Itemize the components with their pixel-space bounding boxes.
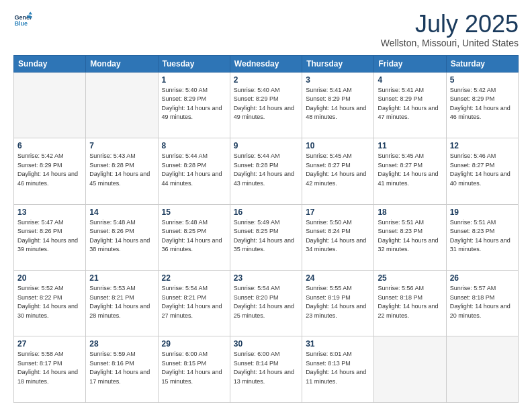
day-number: 30 [234,339,298,349]
calendar-cell [374,336,446,403]
day-number: 31 [306,339,370,349]
svg-text:Blue: Blue [14,20,28,27]
calendar-cell: 13Sunrise: 5:47 AMSunset: 8:26 PMDayligh… [14,204,86,270]
calendar-cell: 2Sunrise: 5:40 AMSunset: 8:29 PMDaylight… [230,72,302,138]
day-info: Sunrise: 5:59 AMSunset: 8:16 PMDaylight:… [89,350,154,386]
day-number: 24 [306,273,370,283]
day-number: 22 [162,273,226,283]
weekday-header-tuesday: Tuesday [158,55,230,72]
day-number: 8 [162,141,226,150]
weekday-header-friday: Friday [374,55,446,72]
header: General Blue July 2025 Wellston, Missour… [13,11,519,48]
calendar-cell: 10Sunrise: 5:45 AMSunset: 8:27 PMDayligh… [302,138,374,204]
calendar-cell [14,72,86,138]
day-number: 3 [306,75,370,85]
calendar-week-2: 6Sunrise: 5:42 AMSunset: 8:29 PMDaylight… [14,138,519,204]
day-info: Sunrise: 5:44 AMSunset: 8:28 PMDaylight:… [234,152,298,188]
calendar-cell: 6Sunrise: 5:42 AMSunset: 8:29 PMDaylight… [14,138,86,204]
day-info: Sunrise: 5:46 AMSunset: 8:27 PMDaylight:… [450,152,515,188]
calendar-cell: 3Sunrise: 5:41 AMSunset: 8:29 PMDaylight… [302,72,374,138]
day-number: 28 [89,339,154,349]
logo: General Blue [13,11,32,30]
day-info: Sunrise: 5:48 AMSunset: 8:26 PMDaylight:… [89,218,154,255]
calendar-cell: 7Sunrise: 5:43 AMSunset: 8:28 PMDaylight… [86,138,158,204]
weekday-header-sunday: Sunday [14,55,86,72]
day-number: 5 [450,75,515,85]
day-info: Sunrise: 5:42 AMSunset: 8:29 PMDaylight:… [17,152,82,188]
day-number: 10 [306,141,370,150]
day-info: Sunrise: 5:48 AMSunset: 8:25 PMDaylight:… [162,218,226,255]
day-number: 16 [234,208,298,217]
day-info: Sunrise: 5:49 AMSunset: 8:25 PMDaylight:… [234,218,298,255]
day-number: 4 [378,75,442,85]
calendar-cell: 14Sunrise: 5:48 AMSunset: 8:26 PMDayligh… [86,204,158,270]
day-number: 1 [162,75,226,85]
day-number: 29 [162,339,226,349]
calendar-cell: 29Sunrise: 6:00 AMSunset: 8:15 PMDayligh… [158,336,230,403]
day-info: Sunrise: 5:57 AMSunset: 8:18 PMDaylight:… [450,284,515,320]
weekday-header-monday: Monday [86,55,158,72]
calendar-cell: 11Sunrise: 5:45 AMSunset: 8:27 PMDayligh… [374,138,446,204]
calendar-cell: 27Sunrise: 5:58 AMSunset: 8:17 PMDayligh… [14,336,86,403]
day-info: Sunrise: 5:44 AMSunset: 8:28 PMDaylight:… [162,152,226,188]
calendar-cell: 8Sunrise: 5:44 AMSunset: 8:28 PMDaylight… [158,138,230,204]
day-info: Sunrise: 5:56 AMSunset: 8:18 PMDaylight:… [378,284,442,320]
day-number: 18 [378,208,442,217]
calendar-week-4: 20Sunrise: 5:52 AMSunset: 8:22 PMDayligh… [14,271,519,336]
day-number: 2 [234,75,298,85]
calendar-cell [446,336,518,403]
calendar-cell: 16Sunrise: 5:49 AMSunset: 8:25 PMDayligh… [230,204,302,270]
day-info: Sunrise: 5:40 AMSunset: 8:29 PMDaylight:… [162,86,226,122]
calendar-cell: 20Sunrise: 5:52 AMSunset: 8:22 PMDayligh… [14,271,86,336]
calendar-cell: 9Sunrise: 5:44 AMSunset: 8:28 PMDaylight… [230,138,302,204]
calendar-cell: 31Sunrise: 6:01 AMSunset: 8:13 PMDayligh… [302,336,374,403]
day-info: Sunrise: 5:42 AMSunset: 8:29 PMDaylight:… [450,86,515,122]
weekday-header-row: SundayMondayTuesdayWednesdayThursdayFrid… [14,55,519,72]
day-info: Sunrise: 6:00 AMSunset: 8:15 PMDaylight:… [162,350,226,386]
day-number: 13 [17,208,82,217]
subtitle: Wellston, Missouri, United States [381,38,519,48]
day-number: 27 [17,339,82,349]
calendar-cell: 17Sunrise: 5:50 AMSunset: 8:24 PMDayligh… [302,204,374,270]
day-info: Sunrise: 5:45 AMSunset: 8:27 PMDaylight:… [378,152,442,188]
svg-marker-2 [28,11,32,14]
calendar-cell: 22Sunrise: 5:54 AMSunset: 8:21 PMDayligh… [158,271,230,336]
calendar-table: SundayMondayTuesdayWednesdayThursdayFrid… [13,55,519,403]
calendar-cell: 26Sunrise: 5:57 AMSunset: 8:18 PMDayligh… [446,271,518,336]
day-info: Sunrise: 5:53 AMSunset: 8:21 PMDaylight:… [89,284,154,320]
day-number: 12 [450,141,515,150]
day-info: Sunrise: 5:54 AMSunset: 8:20 PMDaylight:… [234,284,298,320]
day-info: Sunrise: 5:50 AMSunset: 8:24 PMDaylight:… [306,218,370,255]
day-number: 11 [378,141,442,150]
day-info: Sunrise: 6:01 AMSunset: 8:13 PMDaylight:… [306,350,370,386]
calendar-cell [86,72,158,138]
title-section: July 2025 Wellston, Missouri, United Sta… [381,11,519,48]
day-info: Sunrise: 5:51 AMSunset: 8:23 PMDaylight:… [378,218,442,255]
calendar-cell: 21Sunrise: 5:53 AMSunset: 8:21 PMDayligh… [86,271,158,336]
day-number: 7 [89,141,154,150]
calendar-cell: 4Sunrise: 5:41 AMSunset: 8:29 PMDaylight… [374,72,446,138]
day-info: Sunrise: 5:40 AMSunset: 8:29 PMDaylight:… [234,86,298,122]
day-info: Sunrise: 5:47 AMSunset: 8:26 PMDaylight:… [17,218,82,255]
calendar-cell: 5Sunrise: 5:42 AMSunset: 8:29 PMDaylight… [446,72,518,138]
day-info: Sunrise: 5:45 AMSunset: 8:27 PMDaylight:… [306,152,370,188]
calendar-cell: 28Sunrise: 5:59 AMSunset: 8:16 PMDayligh… [86,336,158,403]
calendar-cell: 1Sunrise: 5:40 AMSunset: 8:29 PMDaylight… [158,72,230,138]
calendar-cell: 18Sunrise: 5:51 AMSunset: 8:23 PMDayligh… [374,204,446,270]
day-number: 26 [450,273,515,283]
calendar-week-1: 1Sunrise: 5:40 AMSunset: 8:29 PMDaylight… [14,72,519,138]
calendar-cell: 15Sunrise: 5:48 AMSunset: 8:25 PMDayligh… [158,204,230,270]
day-info: Sunrise: 5:41 AMSunset: 8:29 PMDaylight:… [378,86,442,122]
day-number: 20 [17,273,82,283]
day-info: Sunrise: 6:00 AMSunset: 8:14 PMDaylight:… [234,350,298,386]
day-number: 19 [450,208,515,217]
calendar-week-3: 13Sunrise: 5:47 AMSunset: 8:26 PMDayligh… [14,204,519,270]
logo-icon: General Blue [13,11,32,30]
calendar-week-5: 27Sunrise: 5:58 AMSunset: 8:17 PMDayligh… [14,336,519,403]
day-info: Sunrise: 5:52 AMSunset: 8:22 PMDaylight:… [17,284,82,320]
calendar-cell: 24Sunrise: 5:55 AMSunset: 8:19 PMDayligh… [302,271,374,336]
day-info: Sunrise: 5:43 AMSunset: 8:28 PMDaylight:… [89,152,154,188]
weekday-header-wednesday: Wednesday [230,55,302,72]
calendar-cell: 30Sunrise: 6:00 AMSunset: 8:14 PMDayligh… [230,336,302,403]
day-info: Sunrise: 5:58 AMSunset: 8:17 PMDaylight:… [17,350,82,386]
